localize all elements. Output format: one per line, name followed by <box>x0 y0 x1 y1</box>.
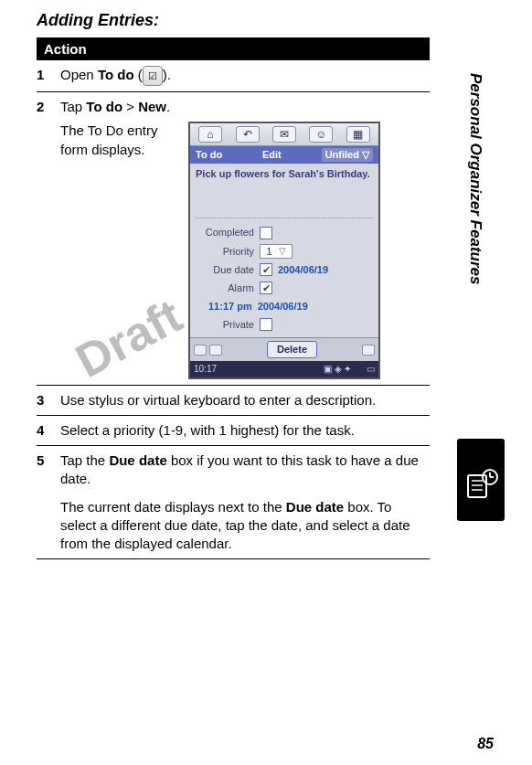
step-row: 3 Use stylus or virtual keyboard to ente… <box>37 386 430 416</box>
back-icon[interactable]: ↶ <box>236 126 260 143</box>
duedate-label: Due date <box>196 263 254 277</box>
completed-field: Completed <box>196 226 373 239</box>
text: The current date displays next to the <box>60 499 286 515</box>
completed-label: Completed <box>196 226 254 239</box>
private-label: Private <box>196 318 254 332</box>
priority-field: Priority 1 ▽ <box>196 244 373 259</box>
view-note-icon[interactable] <box>209 345 222 356</box>
step-number: 3 <box>37 391 60 409</box>
pda-toolbar: Delete <box>190 337 378 361</box>
step-number: 1 <box>37 66 60 86</box>
menu-todo[interactable]: To do <box>196 148 222 162</box>
private-checkbox[interactable] <box>260 318 272 331</box>
alarm-date[interactable]: 2004/06/19 <box>258 300 308 313</box>
step-row: 4 Select a priority (1-9, with 1 highest… <box>37 416 430 446</box>
contacts-icon[interactable]: ☺ <box>309 126 333 143</box>
pda-screenshot: ⌂ ↶ ✉ ☺ ▦ To do Edit Unfiled ▽ Pick <box>188 122 380 378</box>
duedate-bold: Due date <box>109 452 166 468</box>
step-row: 2 Tap To do > New. The To Do entry form … <box>37 92 430 386</box>
text: Tap the <box>60 452 109 468</box>
status-icons: ▣ ◈ ✦ ▭ <box>324 363 375 376</box>
pda-statusbar: 10:17 ▣ ◈ ✦ ▭ <box>190 361 378 377</box>
chevron-down-icon: ▽ <box>279 245 286 258</box>
duedate-field: Due date ✔ 2004/06/19 <box>196 263 373 277</box>
return-icon[interactable] <box>362 345 375 356</box>
priority-selector[interactable]: 1 ▽ <box>260 244 293 259</box>
step-body: Tap the Due date box if you want to this… <box>60 452 426 553</box>
text: > <box>122 99 138 114</box>
step-row: 1 Open To do (☑). <box>37 60 430 92</box>
priority-label: Priority <box>196 245 254 259</box>
home-icon[interactable]: ⌂ <box>198 126 222 143</box>
step-number: 2 <box>37 98 60 379</box>
step-body: Use stylus or virtual keyboard to enter … <box>60 391 426 409</box>
duedate-bold: Due date <box>286 499 344 515</box>
status-time: 10:17 <box>194 363 217 376</box>
alarm-field: Alarm ✔ <box>196 282 373 295</box>
text: Tap <box>60 99 86 114</box>
apps-icon[interactable]: ▦ <box>346 126 370 143</box>
organizer-feature-icon <box>457 439 505 521</box>
step-number: 4 <box>37 421 60 440</box>
step-desc: The To Do entry form displays. <box>60 122 179 378</box>
menu-edit[interactable]: Edit <box>262 148 282 162</box>
table-header-action: Action <box>37 37 430 60</box>
text: Open <box>60 67 98 82</box>
duedate-checkbox[interactable]: ✔ <box>260 263 272 276</box>
priority-value: 1 <box>266 245 271 259</box>
pda-menubar: To do Edit Unfiled ▽ <box>190 146 378 164</box>
menu-path-new: New <box>138 99 166 114</box>
text: . <box>166 99 170 114</box>
step-body: Open To do (☑). <box>60 66 426 86</box>
step-row: 5 Tap the Due date box if you want to th… <box>37 446 430 559</box>
category-dropdown[interactable]: Unfiled ▽ <box>322 148 373 162</box>
text: ). <box>163 67 171 82</box>
chapter-label: Personal Organizer Features <box>464 73 484 439</box>
alarm-label: Alarm <box>196 282 254 295</box>
private-field: Private <box>196 318 373 332</box>
page-number: 85 <box>477 736 494 752</box>
todo-app-icon: ☑ <box>143 66 163 86</box>
duedate-value[interactable]: 2004/06/19 <box>278 263 328 277</box>
alarm-time[interactable]: 11:17 pm <box>208 300 252 313</box>
step-body: Select a priority (1-9, with 1 highest) … <box>60 421 426 440</box>
alarm-checkbox[interactable]: ✔ <box>260 282 272 294</box>
completed-checkbox[interactable] <box>260 227 272 239</box>
pda-launcher-bar: ⌂ ↶ ✉ ☺ ▦ <box>190 123 378 146</box>
section-heading: Adding Entries: <box>37 11 430 30</box>
view-list-icon[interactable] <box>194 345 207 356</box>
delete-button[interactable]: Delete <box>267 341 317 358</box>
text: ( <box>134 67 143 82</box>
step-number: 5 <box>37 452 60 553</box>
todo-label: To do <box>98 67 134 82</box>
step-body: Tap To do > New. The To Do entry form di… <box>60 98 426 379</box>
mail-icon[interactable]: ✉ <box>272 126 296 143</box>
alarm-datetime: 11:17 pm 2004/06/19 <box>208 300 373 313</box>
menu-path-todo: To do <box>86 99 122 114</box>
description-field[interactable]: Pick up flowers for Sarah's Birthday. <box>196 167 373 218</box>
